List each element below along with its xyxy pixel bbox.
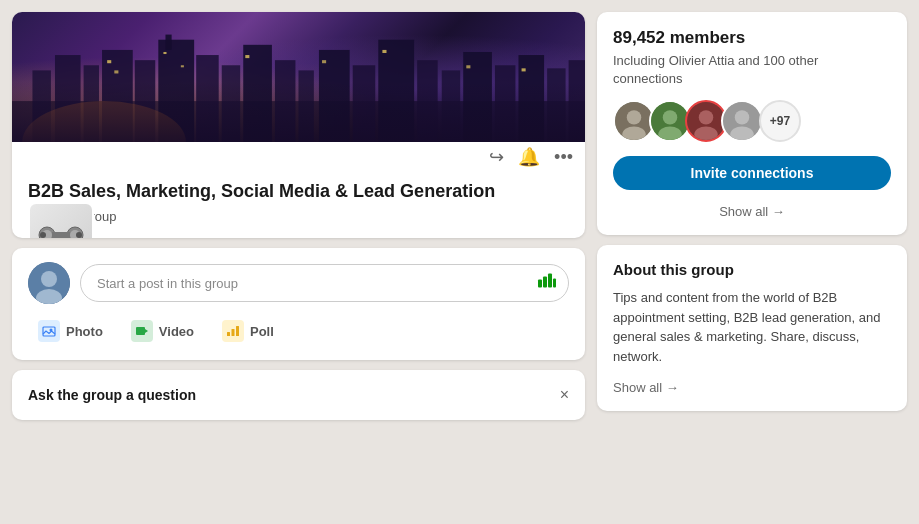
- svg-rect-4: [102, 50, 133, 142]
- svg-point-38: [40, 232, 46, 238]
- show-all-members-text: Show all →: [719, 204, 785, 219]
- svg-rect-49: [136, 327, 145, 335]
- members-card: 89,452 members Including Olivier Attia a…: [597, 12, 907, 235]
- share-icon[interactable]: ↪: [489, 146, 504, 168]
- notification-icon[interactable]: 🔔: [518, 146, 540, 168]
- svg-rect-1: [32, 70, 50, 142]
- svg-rect-0: [12, 101, 585, 142]
- svg-rect-20: [518, 55, 544, 142]
- svg-rect-43: [538, 280, 542, 288]
- svg-point-62: [694, 127, 718, 143]
- photo-option[interactable]: Photo: [28, 316, 113, 346]
- svg-rect-27: [245, 55, 249, 58]
- svg-point-64: [735, 111, 749, 125]
- svg-rect-8: [196, 55, 219, 142]
- group-banner: [12, 12, 585, 142]
- svg-marker-50: [145, 329, 148, 333]
- ask-card: Ask the group a question ×: [12, 370, 585, 420]
- invite-connections-button[interactable]: Invite connections: [613, 156, 891, 190]
- avatar-plus: +97: [759, 100, 801, 142]
- svg-rect-19: [495, 65, 515, 142]
- svg-point-55: [627, 111, 641, 125]
- about-text: Tips and content from the world of B2B a…: [613, 288, 891, 366]
- photo-icon: [38, 320, 60, 342]
- svg-rect-22: [569, 60, 585, 142]
- members-sub: Including Olivier Attia and 100 other co…: [613, 52, 891, 88]
- svg-rect-9: [222, 65, 240, 142]
- group-actions: ↪ 🔔 •••: [489, 146, 573, 168]
- svg-rect-11: [275, 60, 295, 142]
- more-options-icon[interactable]: •••: [554, 147, 573, 168]
- video-option[interactable]: Video: [121, 316, 204, 346]
- svg-rect-53: [236, 326, 239, 336]
- video-icon: [131, 320, 153, 342]
- poll-icon: [222, 320, 244, 342]
- svg-rect-10: [243, 45, 272, 142]
- svg-rect-44: [543, 277, 547, 288]
- post-card: Start a post in this group: [12, 248, 585, 360]
- avatar: [28, 262, 70, 304]
- post-input-container[interactable]: Start a post in this group: [80, 264, 569, 302]
- svg-rect-31: [522, 68, 526, 71]
- svg-point-56: [622, 127, 646, 143]
- svg-rect-3: [84, 65, 99, 142]
- svg-rect-13: [319, 50, 350, 142]
- svg-rect-46: [553, 279, 556, 288]
- svg-point-39: [76, 232, 82, 238]
- svg-point-59: [658, 127, 682, 143]
- svg-point-41: [41, 271, 57, 287]
- svg-point-65: [730, 127, 754, 143]
- avatars-row: +97: [613, 100, 891, 142]
- post-placeholder: Start a post in this group: [97, 276, 238, 291]
- svg-rect-16: [417, 60, 437, 142]
- about-card: About this group Tips and content from t…: [597, 245, 907, 411]
- members-count: 89,452 members: [613, 28, 891, 48]
- show-all-members-link[interactable]: Show all →: [613, 204, 891, 219]
- svg-rect-12: [299, 70, 314, 142]
- svg-rect-37: [52, 232, 70, 238]
- svg-rect-21: [547, 68, 565, 142]
- member-avatar-4: [721, 100, 763, 142]
- show-all-about-link[interactable]: Show all →: [613, 380, 891, 395]
- svg-point-61: [699, 111, 713, 125]
- svg-rect-30: [466, 65, 470, 68]
- svg-rect-17: [442, 70, 460, 142]
- svg-rect-29: [382, 50, 386, 53]
- svg-rect-5: [135, 60, 155, 142]
- svg-point-58: [663, 111, 677, 125]
- svg-rect-2: [55, 55, 81, 142]
- post-options: Photo Video: [28, 316, 569, 346]
- svg-rect-25: [163, 52, 166, 54]
- post-input-row: Start a post in this group: [28, 262, 569, 304]
- svg-point-32: [22, 101, 186, 142]
- svg-rect-23: [107, 60, 111, 63]
- close-ask-button[interactable]: ×: [560, 386, 569, 404]
- svg-rect-28: [322, 60, 326, 63]
- video-label: Video: [159, 324, 194, 339]
- svg-rect-51: [227, 332, 230, 336]
- svg-rect-15: [378, 40, 414, 142]
- about-title: About this group: [613, 261, 891, 278]
- poll-option[interactable]: Poll: [212, 316, 284, 346]
- group-title: B2B Sales, Marketing, Social Media & Lea…: [28, 180, 569, 203]
- svg-rect-26: [181, 65, 184, 67]
- post-input[interactable]: Start a post in this group: [80, 264, 569, 302]
- svg-rect-6: [158, 40, 194, 142]
- svg-rect-52: [232, 329, 235, 336]
- ask-title: Ask the group a question: [28, 387, 196, 403]
- photo-label: Photo: [66, 324, 103, 339]
- svg-rect-24: [114, 70, 118, 73]
- up-icon: [537, 272, 557, 295]
- show-all-about-text: Show all →: [613, 380, 679, 395]
- group-meta: ⊞ Listed group: [28, 209, 569, 224]
- svg-rect-7: [165, 35, 171, 50]
- poll-label: Poll: [250, 324, 274, 339]
- svg-rect-14: [353, 65, 376, 142]
- group-logo: [28, 202, 94, 238]
- group-header-card: ↪ 🔔 ••• B2B Sales, Marketing, Social Med…: [12, 12, 585, 238]
- svg-rect-45: [548, 274, 552, 288]
